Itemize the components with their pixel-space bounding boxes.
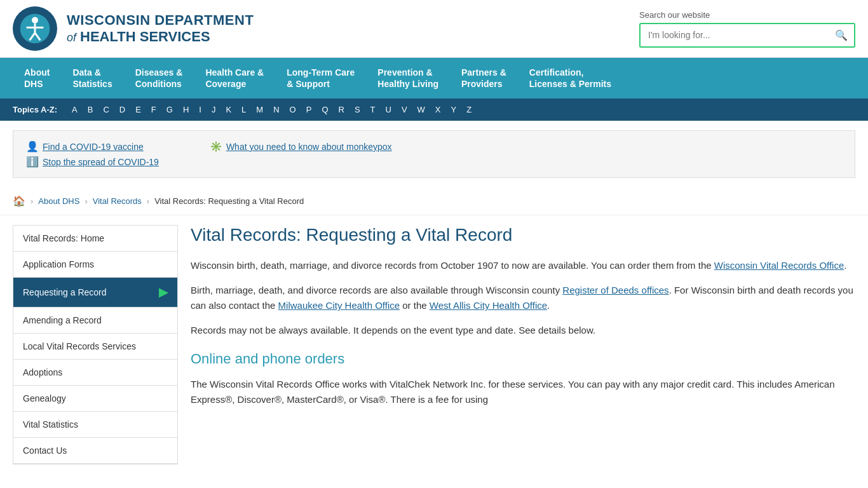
breadcrumb-vital-records[interactable]: Vital Records [93,196,142,206]
breadcrumb-sep-2: › [85,196,87,206]
svg-point-1 [32,17,38,24]
logo-title-health: HEALTH SERVICES [80,29,210,45]
sidebar: Vital Records: HomeApplication FormsRequ… [13,225,178,464]
sidebar-link-6[interactable]: Genealogy [23,393,66,403]
topic-letter-i[interactable]: I [194,98,207,121]
sidebar-item-4[interactable]: Local Vital Records Services [13,334,177,360]
link-milwaukee-health[interactable]: Milwaukee City Health Office [278,300,400,311]
topic-letter-n[interactable]: N [268,98,284,121]
info-icon: ℹ️ [26,156,39,168]
topic-letter-r[interactable]: R [334,98,349,121]
alert-item-monkeypox: ✳️ What you need to know about monkeypox [210,140,392,168]
sidebar-link-4[interactable]: Local Vital Records Services [23,341,136,351]
topic-letter-t[interactable]: T [365,98,381,121]
sidebar-item-2[interactable]: Requesting a Record▶ [13,278,177,308]
link-monkeypox[interactable]: What you need to know about monkeypox [226,142,392,152]
section-online-phone-orders: Online and phone orders [191,351,855,367]
topics-letters: ABCDEFGHIJKLMNOPQRSTUVWXYZ [67,98,477,121]
breadcrumb-current: Vital Records: Requesting a Vital Record [154,196,304,206]
sidebar-link-2[interactable]: Requesting a Record [23,287,107,297]
topic-letter-e[interactable]: E [130,98,146,121]
topics-bar: Topics A-Z: ABCDEFGHIJKLMNOPQRSTUVWXYZ [0,98,868,121]
sidebar-item-6[interactable]: Genealogy [13,386,177,412]
content-para-1: Wisconsin birth, death, marriage, and di… [191,258,855,273]
content-para-2: Birth, marriage, death, and divorce reco… [191,283,855,313]
topic-letter-k[interactable]: K [220,98,236,121]
logo-title-top: WISCONSIN DEPARTMENT [67,12,254,29]
breadcrumb-home-link[interactable]: 🏠 [13,195,25,207]
logo-circle [13,6,57,51]
breadcrumb-about-dhs[interactable]: About DHS [38,196,79,206]
topic-letter-a[interactable]: A [67,98,83,121]
search-button[interactable]: 🔍 [829,24,854,46]
home-icon: 🏠 [13,196,25,207]
sidebar-item-5[interactable]: Adoptions [13,360,177,386]
topic-letter-s[interactable]: S [349,98,365,121]
topic-letter-j[interactable]: J [207,98,221,121]
breadcrumb-sep-1: › [31,196,33,206]
topic-letter-b[interactable]: B [83,98,98,121]
sidebar-link-7[interactable]: Vital Statistics [23,419,78,430]
topic-letter-z[interactable]: Z [461,98,477,121]
topic-letter-q[interactable]: Q [316,98,333,121]
alert-item-covid: 👤 Find a COVID-19 vaccine ℹ️ Stop the sp… [26,140,159,168]
header: WISCONSIN DEPARTMENT of HEALTH SERVICES … [0,0,868,58]
sidebar-link-5[interactable]: Adoptions [23,367,62,377]
content-para-3: Records may not be always available. It … [191,323,855,338]
nav-data-statistics[interactable]: Data &Statistics [61,58,123,98]
breadcrumb-sep-3: › [147,196,149,206]
topics-label: Topics A-Z: [13,98,57,121]
content-para-4: The Wisconsin Vital Records Office works… [191,377,855,407]
search-area: Search our website 🔍 [639,10,855,48]
page-title: Vital Records: Requesting a Vital Record [191,225,855,245]
sidebar-item-3[interactable]: Amending a Record [13,308,177,334]
alert-bar: 👤 Find a COVID-19 vaccine ℹ️ Stop the sp… [13,130,855,178]
sidebar-item-7[interactable]: Vital Statistics [13,412,177,438]
sidebar-link-3[interactable]: Amending a Record [23,315,102,325]
topic-letter-v[interactable]: V [397,98,412,121]
topic-letter-f[interactable]: F [146,98,161,121]
logo-text: WISCONSIN DEPARTMENT of HEALTH SERVICES [67,12,254,45]
nav-certification-licenses[interactable]: Certification,Licenses & Permits [518,58,623,98]
nav-prevention-healthy[interactable]: Prevention &Healthy Living [366,58,450,98]
nav-partners-providers[interactable]: Partners &Providers [450,58,518,98]
sidebar-link-1[interactable]: Application Forms [23,259,94,269]
topic-letter-h[interactable]: H [178,98,194,121]
link-covid-stop[interactable]: Stop the spread of COVID-19 [43,157,159,167]
sidebar-link-8[interactable]: Contact Us [23,445,67,456]
main-content: Vital Records: HomeApplication FormsRequ… [0,225,868,464]
topic-letter-y[interactable]: Y [446,98,462,121]
topic-letter-w[interactable]: W [412,98,430,121]
topic-letter-c[interactable]: C [98,98,114,121]
star-icon: ✳️ [210,140,222,152]
logo-title-of: of [67,31,76,44]
topic-letter-x[interactable]: X [430,98,446,121]
topic-letter-g[interactable]: G [161,98,178,121]
sidebar-item-1[interactable]: Application Forms [13,252,177,278]
topic-letter-u[interactable]: U [381,98,397,121]
logo-area: WISCONSIN DEPARTMENT of HEALTH SERVICES [13,6,254,51]
topic-letter-o[interactable]: O [285,98,301,121]
nav-diseases-conditions[interactable]: Diseases &Conditions [124,58,194,98]
nav-about-dhs[interactable]: AboutDHS [13,58,61,98]
nav-healthcare-coverage[interactable]: Health Care &Coverage [194,58,275,98]
topic-letter-p[interactable]: P [301,98,317,121]
sidebar-item-8[interactable]: Contact Us [13,438,177,464]
search-box: 🔍 [639,23,855,48]
link-covid-vaccine[interactable]: Find a COVID-19 vaccine [43,142,144,152]
sidebar-active-arrow: ▶ [159,285,168,299]
content-area: Vital Records: Requesting a Vital Record… [191,225,855,464]
link-west-allis-health[interactable]: West Allis City Health Office [430,300,547,311]
link-vital-records-office[interactable]: Wisconsin Vital Records Office [714,260,844,271]
topic-letter-m[interactable]: M [251,98,268,121]
breadcrumb: 🏠 › About DHS › Vital Records › Vital Re… [0,187,868,215]
topic-letter-d[interactable]: D [114,98,130,121]
main-nav: AboutDHS Data &Statistics Diseases &Cond… [0,58,868,98]
sidebar-item-0[interactable]: Vital Records: Home [13,226,177,252]
topic-letter-l[interactable]: L [236,98,251,121]
sidebar-link-0[interactable]: Vital Records: Home [23,233,104,243]
link-register-of-deeds[interactable]: Register of Deeds offices [562,285,668,295]
nav-longterm-care[interactable]: Long-Term Care& Support [275,58,366,98]
search-input[interactable] [641,25,829,45]
search-label: Search our website [639,10,710,20]
